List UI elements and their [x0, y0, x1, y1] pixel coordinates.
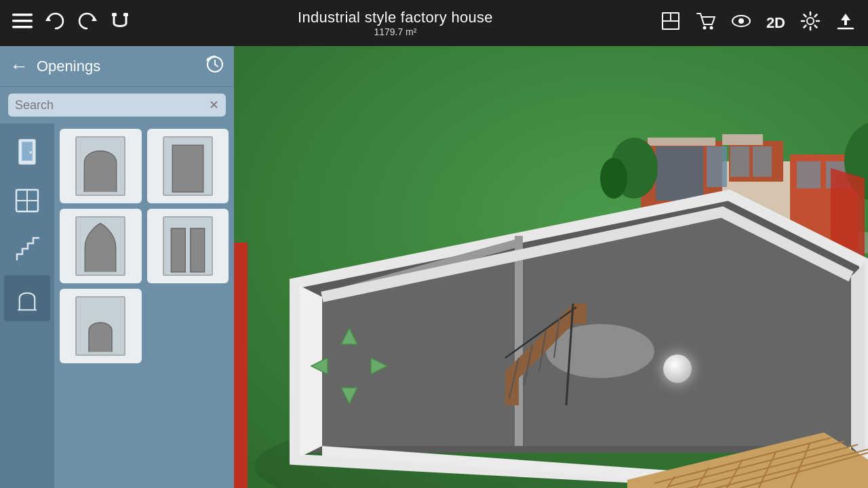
menu-icon[interactable] [12, 11, 33, 36]
svg-rect-36 [171, 228, 185, 272]
undo-icon[interactable] [45, 11, 65, 36]
svg-point-57 [600, 158, 627, 199]
svg-marker-16 [841, 14, 850, 20]
nav-down-button[interactable] [337, 382, 361, 407]
svg-rect-37 [191, 228, 205, 272]
category-window[interactable] [4, 178, 50, 224]
light-sphere [663, 354, 692, 383]
settings-icon[interactable] [800, 11, 821, 36]
eye-icon[interactable] [731, 11, 751, 36]
item-pointed-arch[interactable] [60, 209, 142, 283]
svg-rect-47 [656, 146, 703, 201]
panel-body [0, 123, 234, 488]
redo-icon[interactable] [77, 11, 98, 36]
item-rect-door[interactable] [147, 129, 229, 203]
svg-rect-17 [844, 20, 847, 25]
search-clear-button[interactable]: ✕ [209, 98, 219, 113]
item-arch-door[interactable] [60, 129, 142, 203]
svg-rect-77 [234, 243, 248, 488]
panel-header: ← Openings [0, 46, 234, 87]
svg-marker-79 [341, 388, 357, 404]
svg-marker-81 [371, 358, 387, 374]
history-button[interactable] [205, 55, 224, 78]
topbar: Industrial style factory house 1179.7 m²… [0, 0, 868, 46]
item-double-door[interactable] [147, 209, 229, 283]
scene-svg [234, 46, 868, 488]
svg-rect-48 [707, 146, 727, 187]
panel-title: Openings [37, 58, 197, 75]
view-mode-button[interactable]: 2D [766, 14, 785, 32]
project-title-area: Industrial style factory house 1179.7 m² [298, 9, 493, 37]
svg-point-15 [807, 18, 814, 24]
nav-right-button[interactable] [366, 354, 390, 378]
category-door[interactable] [4, 129, 50, 175]
svg-point-23 [30, 151, 32, 153]
svg-point-12 [709, 26, 713, 29]
cart-icon[interactable] [696, 11, 716, 36]
item-small-arch[interactable] [60, 289, 142, 363]
svg-point-14 [738, 18, 744, 24]
svg-rect-9 [671, 13, 679, 21]
category-stairs[interactable] [4, 226, 50, 272]
svg-rect-54 [722, 134, 763, 145]
svg-point-11 [703, 26, 706, 29]
upload-icon[interactable] [835, 11, 856, 36]
floorplan-icon[interactable] [660, 11, 681, 36]
svg-rect-1 [12, 20, 33, 22]
svg-rect-2 [12, 26, 33, 28]
svg-rect-8 [663, 13, 671, 21]
nav-left-button[interactable] [309, 354, 333, 378]
magnet-icon[interactable] [110, 11, 130, 36]
svg-rect-51 [797, 161, 821, 188]
svg-rect-6 [123, 13, 128, 16]
category-sidebar [0, 123, 54, 488]
back-button[interactable]: ← [9, 56, 28, 77]
category-arch[interactable] [4, 275, 50, 321]
search-input[interactable] [15, 98, 203, 113]
project-area: 1179.7 m² [374, 26, 416, 37]
nav-up-button[interactable] [337, 325, 361, 350]
svg-rect-49 [730, 146, 749, 177]
nav-arrows [309, 325, 390, 407]
svg-rect-0 [12, 14, 33, 16]
items-grid [54, 123, 234, 488]
search-bar: ✕ [8, 94, 226, 117]
svg-marker-80 [311, 358, 328, 374]
svg-rect-5 [112, 13, 117, 16]
viewport [234, 46, 868, 488]
svg-rect-50 [753, 146, 772, 177]
svg-rect-31 [172, 145, 203, 192]
svg-rect-10 [663, 21, 679, 29]
svg-marker-78 [341, 328, 357, 344]
left-panel: ← Openings ✕ [0, 46, 234, 488]
project-title: Industrial style factory house [298, 9, 493, 26]
svg-rect-53 [648, 138, 715, 146]
